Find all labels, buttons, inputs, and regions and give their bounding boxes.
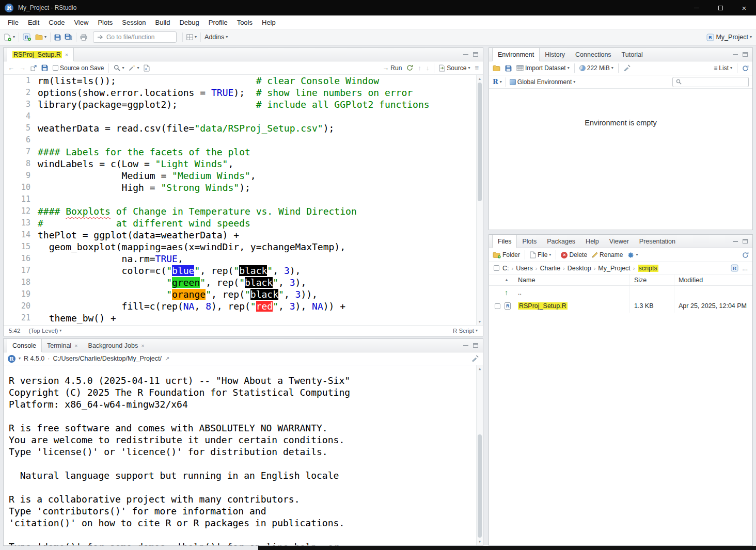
- tab-rsproj-setup-r[interactable]: RSProj_Setup.R×: [7, 48, 74, 61]
- menu-tools[interactable]: Tools: [232, 17, 257, 28]
- tab-background-jobs[interactable]: Background Jobs×: [83, 339, 150, 352]
- code-line[interactable]: 1rm(list=ls()); # clear Console Window: [4, 75, 483, 87]
- r-version-dropdown-icon[interactable]: ▾: [19, 357, 21, 361]
- code-line[interactable]: 14thePlot = ggplot(data=weatherData) +: [4, 229, 483, 241]
- window-close-button[interactable]: ×: [732, 0, 756, 15]
- rename-button[interactable]: Rename: [592, 251, 623, 258]
- file-name[interactable]: RSProj_Setup.R: [518, 302, 568, 310]
- minimize-pane-icon[interactable]: [463, 345, 468, 346]
- code-line[interactable]: 21 theme_bw() +: [4, 312, 483, 324]
- breadcrumb-item-c[interactable]: C:: [502, 265, 509, 272]
- scrollbar-thumb[interactable]: [478, 83, 482, 201]
- scope-selector[interactable]: (Top Level) ▾: [28, 328, 61, 334]
- maximize-pane-icon[interactable]: [473, 343, 478, 348]
- goto-input[interactable]: [106, 34, 172, 41]
- code-line[interactable]: 5weatherData = read.csv(file="data/RSPro…: [4, 122, 483, 134]
- clear-objects-icon[interactable]: [623, 64, 631, 72]
- tab-presentation[interactable]: Presentation: [634, 235, 681, 248]
- tab-console[interactable]: Console: [7, 339, 42, 352]
- open-in-new-window-icon[interactable]: [30, 65, 37, 71]
- row-checkbox[interactable]: [495, 303, 500, 309]
- next-section-icon[interactable]: ↓: [426, 64, 430, 72]
- minimize-pane-icon[interactable]: [733, 241, 738, 242]
- breadcrumb-item-scripts[interactable]: scripts: [638, 265, 658, 272]
- tab-environment[interactable]: Environment: [492, 48, 540, 61]
- menu-debug[interactable]: Debug: [175, 17, 203, 28]
- window-minimize-button[interactable]: [685, 0, 708, 15]
- open-file-button[interactable]: ▾: [35, 34, 46, 40]
- maximize-pane-icon[interactable]: [743, 239, 748, 244]
- print-button[interactable]: [80, 34, 87, 41]
- tab-help[interactable]: Help: [580, 235, 604, 248]
- save-button[interactable]: [54, 34, 61, 41]
- maximize-pane-icon[interactable]: [473, 52, 478, 57]
- environment-scope-selector[interactable]: Global Environment ▾: [510, 78, 575, 86]
- source-on-save-toggle[interactable]: Source on Save: [53, 64, 104, 72]
- tab-close-icon[interactable]: ×: [65, 52, 68, 58]
- column-name[interactable]: Name: [518, 274, 629, 285]
- forward-icon[interactable]: →: [19, 64, 26, 72]
- code-line[interactable]: 11: [4, 193, 483, 205]
- load-workspace-icon[interactable]: [493, 65, 500, 71]
- goto-file-box[interactable]: [93, 31, 177, 43]
- code-line[interactable]: 8windLabels = c(Low = "Light Winds",: [4, 158, 483, 170]
- column-size[interactable]: Size: [629, 274, 674, 285]
- new-project-button[interactable]: R: [23, 33, 32, 41]
- breadcrumb-item-desktop[interactable]: Desktop: [568, 265, 591, 272]
- menu-file[interactable]: File: [3, 17, 23, 28]
- more-button[interactable]: ▾: [627, 252, 638, 258]
- code-line[interactable]: 6: [4, 134, 483, 146]
- file-row[interactable]: ↑..: [489, 286, 752, 299]
- menu-help[interactable]: Help: [257, 17, 280, 28]
- save-icon[interactable]: [41, 64, 48, 71]
- source-on-save-checkbox[interactable]: [53, 65, 58, 71]
- language-selector[interactable]: R ▾: [493, 78, 502, 86]
- console-body[interactable]: R version 4.5.0 (2025-04-11 ucrt) -- "Ho…: [4, 365, 483, 545]
- code-line[interactable]: 10 High = "Strong Winds");: [4, 182, 483, 193]
- list-view-button[interactable]: ≡ List ▾: [714, 64, 732, 72]
- run-button[interactable]: → Run: [382, 64, 402, 72]
- import-dataset-button[interactable]: Import Dataset ▾: [516, 64, 570, 72]
- code-line[interactable]: 4: [4, 110, 483, 122]
- tab-close-icon[interactable]: ×: [74, 343, 77, 349]
- new-folder-button[interactable]: Folder: [493, 251, 520, 258]
- menu-session[interactable]: Session: [117, 17, 150, 28]
- project-menu-button[interactable]: R My_Project ▾: [706, 34, 752, 41]
- tab-tutorial[interactable]: Tutorial: [617, 48, 648, 61]
- code-tools-button[interactable]: ▾: [129, 64, 139, 71]
- code-editor[interactable]: 1rm(list=ls()); # clear Console Window2o…: [4, 75, 483, 325]
- save-all-button[interactable]: [65, 34, 72, 41]
- select-all-checkbox[interactable]: [494, 265, 499, 271]
- new-file-button[interactable]: ▾: [4, 34, 15, 41]
- code-line[interactable]: 3library(package=ggplot2); # include all…: [4, 99, 483, 110]
- clear-console-icon[interactable]: [471, 355, 479, 362]
- tab-history[interactable]: History: [540, 48, 570, 61]
- back-icon[interactable]: ←: [8, 64, 14, 72]
- breadcrumb-item-my-project[interactable]: My_Project: [598, 265, 631, 272]
- tab-plots[interactable]: Plots: [517, 235, 542, 248]
- code-line[interactable]: 7#### Labels for the facets of the plot: [4, 146, 483, 158]
- tab-connections[interactable]: Connections: [570, 48, 617, 61]
- editor-scrollbar[interactable]: ▲ ▼: [476, 75, 483, 325]
- menu-plots[interactable]: Plots: [93, 17, 117, 28]
- maximize-pane-icon[interactable]: [743, 52, 748, 57]
- source-button[interactable]: Source ▾: [439, 64, 470, 72]
- new-file-button[interactable]: File ▾: [530, 251, 551, 258]
- document-outline-icon[interactable]: ≡: [475, 64, 479, 72]
- delete-button[interactable]: × Delete: [561, 251, 587, 258]
- code-line[interactable]: 12#### Boxplots of Change in Temperature…: [4, 205, 483, 217]
- menu-profile[interactable]: Profile: [204, 17, 232, 28]
- scroll-up-icon[interactable]: ▲: [477, 75, 483, 82]
- menu-view[interactable]: View: [69, 17, 93, 28]
- column-modified[interactable]: Modified: [674, 274, 752, 285]
- rerun-icon[interactable]: [406, 64, 413, 71]
- code-line[interactable]: 17 color=c("blue", rep("black", 3),: [4, 265, 483, 277]
- menu-code[interactable]: Code: [44, 17, 69, 28]
- tab-terminal[interactable]: Terminal×: [42, 339, 83, 352]
- code-line[interactable]: 15 geom_boxplot(mapping=aes(x=windDir, y…: [4, 241, 483, 253]
- minimize-pane-icon[interactable]: [733, 54, 738, 55]
- scroll-down-icon[interactable]: ▼: [477, 318, 483, 325]
- minimize-pane-icon[interactable]: [463, 54, 468, 55]
- file-row[interactable]: RSProj_Setup.R1.3 KBApr 25, 2025, 12:04 …: [489, 299, 752, 313]
- browse-directory-button[interactable]: ...: [742, 264, 748, 272]
